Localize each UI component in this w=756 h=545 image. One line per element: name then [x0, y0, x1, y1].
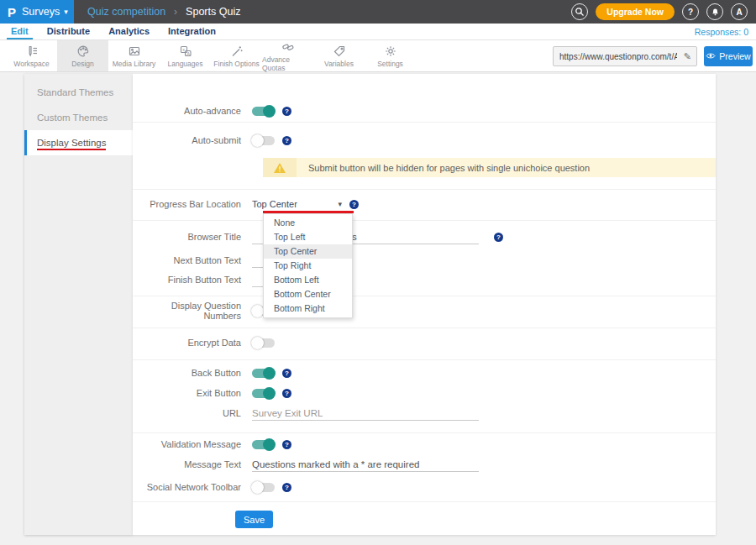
browser-title-label: Browser Title	[133, 232, 252, 242]
languages-icon: xA	[179, 45, 192, 58]
setting-row-progress-bar-location: Progress Bar Location Top Center ▾ ?	[133, 197, 716, 211]
chevron-down-icon: ▾	[64, 8, 68, 16]
top-header-bar: P Surveys ▾ Quiz competition › Sports Qu…	[0, 0, 756, 24]
help-icon[interactable]: ?	[282, 440, 291, 449]
setting-row-next-button-text: Next Button Text	[133, 254, 716, 267]
help-icon[interactable]: ?	[282, 483, 291, 492]
setting-row-encrypt-data: Encrypt Data	[133, 336, 716, 349]
share-url-input[interactable]	[554, 52, 679, 61]
menu-option-bottom-right[interactable]: Bottom Right	[264, 301, 352, 316]
menu-option-top-center[interactable]: Top Center	[264, 244, 352, 259]
questionpro-logo-icon: P	[8, 5, 16, 19]
encrypt-data-label: Encrypt Data	[133, 338, 252, 348]
svg-text:x: x	[182, 47, 185, 52]
account-avatar[interactable]: A	[731, 3, 748, 20]
breadcrumb: Quiz competition › Sports Quiz	[87, 0, 240, 24]
brand-surveys-menu[interactable]: P Surveys ▾	[0, 0, 74, 24]
annotation-red-underline-select	[263, 211, 354, 213]
surveys-menu-label: Surveys	[22, 6, 60, 18]
share-url-field: ✎	[553, 46, 697, 66]
auto-submit-toggle[interactable]	[252, 136, 275, 145]
tab-edit[interactable]: Edit	[7, 24, 33, 39]
exit-url-label: URL	[133, 408, 252, 418]
social-network-toolbar-label: Social Network Toolbar	[133, 482, 252, 492]
setting-row-browser-title: Browser Title	[133, 230, 716, 244]
media-library-icon	[128, 45, 141, 58]
setting-row-display-question-numbers: Display Question Numbers	[133, 304, 716, 317]
toolbar-item-design[interactable]: Design	[57, 40, 108, 71]
sidebar-item-display-settings[interactable]: Display Settings	[24, 130, 133, 155]
toolbar-item-variables[interactable]: Variables	[313, 40, 365, 71]
menu-option-bottom-center[interactable]: Bottom Center	[264, 287, 352, 301]
exit-button-toggle[interactable]	[252, 389, 275, 398]
nav-tabs-row: Edit Distribute Analytics Integration Re…	[0, 24, 756, 40]
setting-row-back-button: Back Button ?	[133, 366, 716, 380]
next-button-text-label: Next Button Text	[133, 255, 252, 265]
upgrade-now-button[interactable]: Upgrade Now	[596, 3, 675, 20]
auto-submit-warning: Submit button will be hidden for pages w…	[263, 158, 716, 177]
tab-distribute[interactable]: Distribute	[43, 24, 94, 39]
toolbar-item-finish-options[interactable]: Finish Options	[211, 40, 262, 71]
help-icon[interactable]: ?	[349, 200, 359, 209]
progress-bar-location-menu: None Top Left Top Center Top Right Botto…	[263, 213, 353, 318]
toolbar-item-settings[interactable]: Settings	[365, 40, 416, 71]
display-question-numbers-label: Display Question Numbers	[133, 301, 252, 321]
breadcrumb-current: Sports Quiz	[186, 6, 240, 18]
setting-row-finish-button-text: Finish Button Text	[133, 273, 716, 286]
setting-row-exit-button: Exit Button ?	[133, 386, 716, 400]
message-text-input[interactable]	[252, 458, 479, 472]
breadcrumb-separator-icon: ›	[174, 6, 177, 18]
variables-tag-icon	[333, 45, 346, 58]
finish-options-wand-icon	[230, 45, 244, 58]
design-toolbar: Workspace Design Media Library xA Langua…	[0, 40, 756, 72]
design-palette-icon	[76, 45, 90, 58]
validation-message-toggle[interactable]	[252, 440, 275, 449]
validation-message-label: Validation Message	[133, 439, 252, 449]
eye-icon	[706, 51, 716, 61]
help-icon[interactable]: ?	[282, 369, 291, 378]
auto-advance-toggle[interactable]	[252, 107, 275, 116]
exit-url-input[interactable]	[252, 406, 479, 421]
notifications-bell-icon[interactable]	[706, 3, 723, 20]
sidebar-item-standard-themes[interactable]: Standard Themes	[24, 80, 133, 105]
finish-button-text-label: Finish Button Text	[133, 275, 252, 285]
tab-integration[interactable]: Integration	[164, 24, 220, 39]
preview-button[interactable]: Preview	[704, 46, 753, 66]
help-icon[interactable]: ?	[282, 107, 291, 116]
themes-sidebar: Standard Themes Custom Themes Display Se…	[24, 74, 133, 535]
toolbar-item-workspace[interactable]: Workspace	[6, 40, 57, 71]
progress-bar-location-label: Progress Bar Location	[133, 199, 252, 209]
workspace-icon	[25, 45, 39, 58]
help-icon[interactable]: ?	[282, 136, 291, 145]
help-circle-icon[interactable]: ?	[682, 3, 699, 20]
setting-row-message-text: Message Text	[133, 458, 716, 471]
menu-option-top-left[interactable]: Top Left	[264, 230, 352, 244]
toolbar-item-languages[interactable]: xA Languages	[160, 40, 211, 71]
help-icon[interactable]: ?	[282, 389, 291, 398]
breadcrumb-parent[interactable]: Quiz competition	[87, 6, 165, 18]
search-icon[interactable]	[571, 3, 588, 20]
auto-submit-label: Auto-submit	[133, 135, 252, 145]
warning-text: Submit button will be hidden for pages w…	[297, 163, 590, 173]
toolbar-item-advance-quotas[interactable]: Advance Quotas	[262, 40, 313, 71]
progress-bar-location-select[interactable]: Top Center ▾	[252, 197, 342, 211]
toolbar-item-media-library[interactable]: Media Library	[108, 40, 160, 71]
encrypt-data-toggle[interactable]	[252, 338, 275, 348]
back-button-toggle[interactable]	[252, 369, 275, 378]
responses-count[interactable]: Responses: 0	[695, 24, 748, 40]
warning-triangle-icon	[263, 158, 297, 177]
menu-option-none[interactable]: None	[264, 216, 352, 230]
setting-row-social-network-toolbar: Social Network Toolbar ?	[133, 480, 716, 494]
save-button[interactable]: Save	[235, 511, 273, 528]
chevron-down-icon: ▾	[338, 200, 342, 208]
social-network-toolbar-toggle[interactable]	[252, 483, 275, 492]
menu-option-bottom-left[interactable]: Bottom Left	[264, 273, 352, 287]
display-settings-panel: Auto-advance ? Auto-submit ? Submit butt…	[133, 74, 716, 535]
tab-analytics[interactable]: Analytics	[104, 24, 154, 39]
auto-advance-label: Auto-advance	[133, 106, 252, 116]
edit-url-pencil-icon[interactable]: ✎	[679, 51, 696, 62]
sidebar-item-custom-themes[interactable]: Custom Themes	[24, 105, 133, 130]
help-icon[interactable]: ?	[494, 233, 503, 242]
menu-option-top-right[interactable]: Top Right	[264, 259, 352, 273]
setting-row-auto-submit: Auto-submit ?	[133, 134, 716, 147]
